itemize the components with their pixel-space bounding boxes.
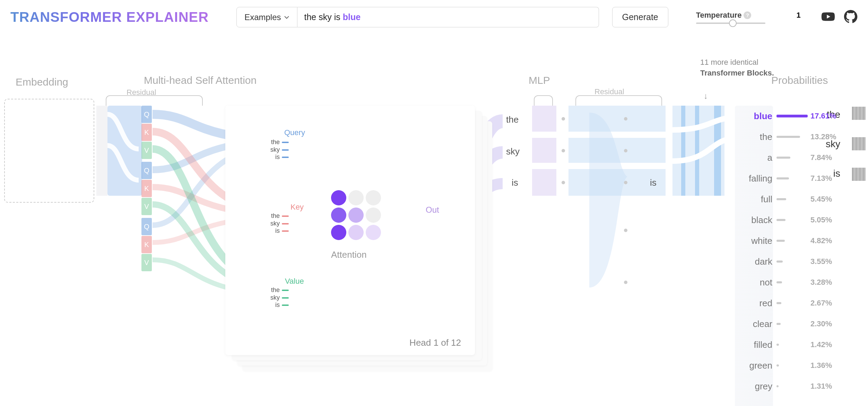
mini-tokens-q: the sky is [270,139,289,161]
slider-thumb[interactable] [729,19,737,27]
svg-rect-5 [503,132,738,138]
q-cell[interactable]: Q [141,106,152,123]
header: Transformer Explainer Examples the sky i… [0,0,868,34]
v-cell[interactable]: V [141,254,152,271]
prob-pct: 5.05% [810,215,842,224]
prob-bar [776,136,808,138]
attention-matrix[interactable] [331,190,381,240]
temperature-slider[interactable] [696,23,765,24]
arrow-down-icon: ↓ [704,91,708,101]
prob-row[interactable]: the13.28% [735,126,856,147]
svg-rect-7 [672,106,724,196]
residual-bracket [106,95,203,106]
github-icon[interactable] [844,10,858,25]
examples-dropdown[interactable]: Examples [236,7,297,27]
mlp-label: MLP [529,74,550,86]
attention-panel[interactable]: Query Key Value the sky is the sky is th… [225,106,475,355]
temperature-value: 1 [796,11,800,20]
architecture-diagram: Embedding Multi-head Self Attention Resi… [0,52,868,398]
help-icon[interactable]: ? [744,11,751,19]
mlp-dot [624,181,627,184]
query-label: Query [284,128,305,137]
k-cell[interactable]: K [141,180,152,197]
mlp-dot [624,149,627,152]
attention-title: Attention [331,249,367,260]
generate-button[interactable]: Generate [612,7,668,27]
prob-row[interactable]: black5.05% [735,210,856,230]
k-cell[interactable]: K [141,124,152,141]
prob-row[interactable]: green1.36% [735,355,856,376]
app-logo: Transformer Explainer [10,9,209,25]
mlp-token: the [506,114,519,125]
prob-row[interactable]: clear2.30% [735,314,856,334]
prob-pct: 1.31% [810,382,842,391]
prob-pct: 1.42% [810,340,842,349]
prob-pct: 13.28% [810,132,842,141]
prob-row[interactable]: filled1.42% [735,334,856,355]
mini-tokens-k: the sky is [270,212,289,235]
q-cell[interactable]: Q [141,218,152,235]
temperature-control: Temperature ? 1 [696,11,801,24]
prob-row[interactable]: grey1.31% [735,376,856,397]
qkv-column: Q K V Q K V Q K V [141,106,152,272]
embedding-box[interactable] [4,99,94,203]
prob-bar [776,281,808,283]
k-cell[interactable]: K [141,236,152,253]
residual-bracket-mlp-l [534,95,553,106]
flow-band [107,106,142,196]
prob-word: not [735,277,776,288]
embed-column [96,106,107,196]
predicted-token: blue [343,12,361,22]
chevron-down-icon [284,12,289,22]
mlp-dot [624,117,627,121]
prob-pct: 2.30% [810,319,842,328]
prob-pct: 2.67% [810,299,842,308]
probabilities-label: Probabilities [771,74,828,86]
prob-pct: 3.28% [810,278,842,287]
prob-word: green [735,360,776,371]
prob-word: blue [735,111,776,122]
prob-pct: 4.82% [810,236,842,245]
head-indicator[interactable]: Head 1 of 12 [409,337,461,348]
prob-pct: 7.13% [810,174,842,183]
q-cell[interactable]: Q [141,162,152,179]
prob-row[interactable]: not3.28% [735,272,856,293]
prob-bar [776,385,808,387]
svg-rect-10 [714,106,721,196]
mlp-dot [624,281,627,284]
prob-bar [776,157,808,159]
prob-row[interactable]: red2.67% [735,293,856,314]
prob-word: clear [735,319,776,329]
mlp-dot [562,181,565,184]
prob-row[interactable]: full5.45% [735,189,856,210]
svg-rect-9 [695,106,699,196]
prob-row[interactable]: white4.82% [735,230,856,251]
prob-word: white [735,236,776,246]
prob-bar [776,240,808,242]
prob-pct: 7.84% [810,153,842,162]
blocks-note: 11 more identical Transformer Blocks. [700,57,776,79]
prob-word: dark [735,256,776,267]
prob-row[interactable]: falling7.13% [735,168,856,189]
temperature-label: Temperature ? [696,11,752,20]
prob-pct: 17.61% [810,112,842,121]
v-cell[interactable]: V [141,198,152,215]
prob-bar [776,364,808,367]
prob-bar [776,177,808,179]
mlp-token: is [512,177,518,188]
prob-pct: 3.55% [810,257,842,266]
mini-tokens-v: the sky is [270,286,289,309]
residual-bracket-mlp-r [575,95,662,106]
youtube-icon[interactable] [821,10,835,25]
prob-bar [776,219,808,221]
prob-row[interactable]: blue17.61% [735,106,856,126]
prob-row[interactable]: dark3.55% [735,251,856,272]
prob-row[interactable]: a7.84% [735,147,856,168]
prompt-text: the sky is [304,12,343,22]
prob-bar [776,261,808,263]
prompt-input[interactable]: the sky is blue [297,7,599,27]
svg-rect-8 [681,106,685,196]
key-label: Key [290,203,304,212]
v-cell[interactable]: V [141,142,152,159]
svg-rect-6 [503,163,738,169]
